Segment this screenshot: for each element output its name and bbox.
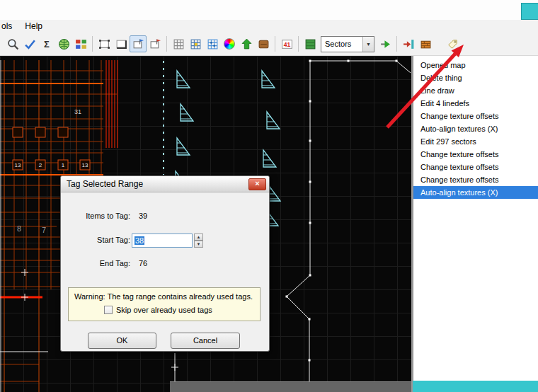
things-mode-icon[interactable] <box>147 35 164 52</box>
history-item[interactable]: Opened map <box>413 59 538 71</box>
history-item[interactable]: Change texture offsets <box>413 161 538 173</box>
end-tag-label: End Tag: <box>74 259 130 267</box>
globe-icon[interactable] <box>55 35 72 52</box>
toolbar-separator <box>298 36 299 52</box>
linedefs-mode-icon[interactable] <box>113 35 130 52</box>
items-to-tag-label: Items to Tag: <box>74 212 130 220</box>
map-linedefs-red-cluster <box>106 60 118 148</box>
warning-box: Warning: The tag range contains already … <box>68 287 261 321</box>
history-item-selected[interactable]: Auto-align textures (X) <box>413 186 538 199</box>
start-tag-label: Start Tag: <box>74 236 130 244</box>
tag-icon[interactable] <box>444 35 461 52</box>
chevron-down-icon[interactable]: ▼ <box>362 37 374 52</box>
svg-text:2: 2 <box>39 162 42 168</box>
start-tag-input-value: 38 <box>134 236 144 245</box>
apply-icon[interactable] <box>377 35 394 52</box>
grid-dots-icon[interactable] <box>204 35 221 52</box>
color-wheel-icon[interactable] <box>221 35 238 52</box>
dialog-title: Tag Selected Range <box>67 179 248 189</box>
snap-to-grid-icon[interactable] <box>187 35 204 52</box>
svg-text:41: 41 <box>283 40 290 47</box>
cancel-button[interactable]: Cancel <box>171 333 240 349</box>
warning-text: Warning: The tag range contains already … <box>74 292 253 301</box>
zoom-icon[interactable] <box>4 35 21 52</box>
toolbar-separator <box>92 36 93 52</box>
close-button[interactable]: × <box>248 178 266 190</box>
texture-box-icon[interactable] <box>417 35 434 52</box>
svg-text:13: 13 <box>82 162 88 168</box>
spinner-up-button[interactable]: ▲ <box>194 234 203 241</box>
skip-used-tags-option[interactable]: Skip over already used tags <box>104 306 212 314</box>
start-tag-input[interactable]: 38 <box>132 234 193 248</box>
history-item[interactable]: Change texture offsets <box>413 148 538 161</box>
svg-text:7: 7 <box>42 226 46 234</box>
menu-bar: ols Help <box>0 20 538 33</box>
insert-icon[interactable] <box>400 35 417 52</box>
raise-sector-icon[interactable] <box>238 35 255 52</box>
history-item[interactable]: Change texture offsets <box>413 110 538 122</box>
tag-selected-range-dialog: Tag Selected Range × Items to Tag: 39 St… <box>60 175 270 352</box>
check-icon[interactable] <box>21 35 38 52</box>
toolbar: Σ 41 Sectors ▼ <box>0 33 538 56</box>
sectors-mode-icon[interactable] <box>130 35 147 52</box>
sigma-icon[interactable]: Σ <box>38 35 55 52</box>
checkbox-icon[interactable] <box>104 306 113 314</box>
window-fragment-top <box>521 3 538 20</box>
history-item[interactable]: Change texture offsets <box>413 173 538 186</box>
history-item[interactable]: Edit 4 linedefs <box>413 97 538 110</box>
items-to-tag-value: 39 <box>139 212 147 220</box>
window-fragment-bottom <box>413 381 538 392</box>
start-tag-spinner: ▲ ▼ <box>194 234 203 248</box>
end-tag-value: 76 <box>139 259 147 267</box>
sectors-dropdown-value: Sectors <box>321 40 362 48</box>
history-item[interactable]: Auto-align textures (X) <box>413 122 538 135</box>
svg-text:1: 1 <box>62 162 65 168</box>
menu-item-help[interactable]: Help <box>18 20 49 33</box>
svg-text:8: 8 <box>17 224 21 233</box>
svg-text:13: 13 <box>15 162 21 168</box>
action-history-panel: Opened map Delete thing Line draw Edit 4… <box>413 56 538 381</box>
close-icon: × <box>255 179 259 188</box>
toolbar-separator <box>275 36 275 52</box>
history-item[interactable]: Line draw <box>413 84 538 97</box>
sectors-dropdown[interactable]: Sectors ▼ <box>321 36 374 52</box>
selection-numbers-icon[interactable]: 41 <box>278 35 295 52</box>
toolbar-separator <box>166 36 167 52</box>
history-item[interactable]: Delete thing <box>413 71 538 84</box>
app-window: ols Help Σ 41 Sectors ▼ <box>0 0 538 392</box>
svg-text:31: 31 <box>74 108 81 115</box>
brown-tool-icon[interactable] <box>255 35 272 52</box>
grid-icon[interactable] <box>170 35 187 52</box>
ok-button[interactable]: OK <box>88 333 156 349</box>
checkbox-label: Skip over already used tags <box>116 306 212 314</box>
spinner-down-button[interactable]: ▼ <box>194 241 203 248</box>
palette-grid-icon[interactable] <box>72 35 89 52</box>
toolbar-separator <box>396 36 397 52</box>
dialog-titlebar[interactable]: Tag Selected Range × <box>61 176 269 192</box>
vertices-mode-icon[interactable] <box>96 35 113 52</box>
window-top-strip <box>0 0 538 20</box>
flat-texture-icon[interactable] <box>302 35 319 52</box>
canvas-horizontal-scrollbar[interactable] <box>170 381 411 392</box>
history-item[interactable]: Edit 297 sectors <box>413 135 538 148</box>
dialog-body: Items to Tag: 39 Start Tag: 38 ▲ ▼ End T… <box>61 192 269 352</box>
menu-item-tools[interactable]: ols <box>0 20 18 33</box>
